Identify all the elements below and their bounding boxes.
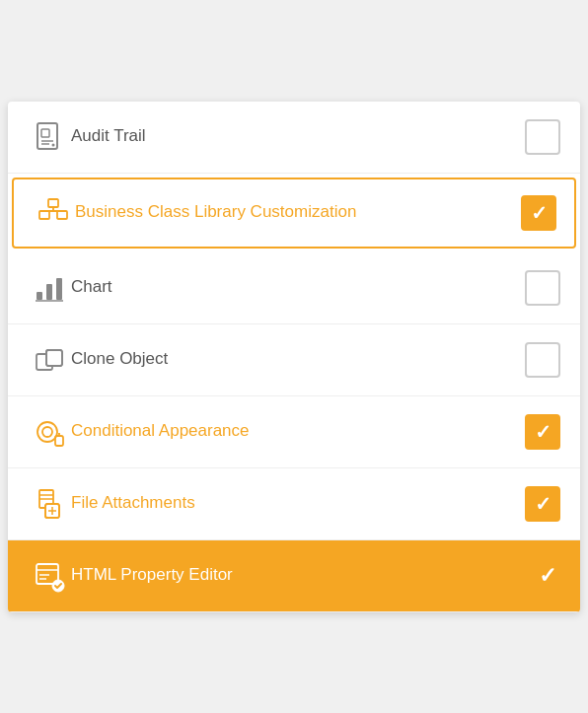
audit-trail-checkbox[interactable] bbox=[525, 119, 560, 155]
conditional-appearance-icon bbox=[28, 414, 71, 450]
svg-rect-12 bbox=[56, 278, 62, 300]
svg-rect-1 bbox=[41, 129, 49, 137]
list-item-audit-trail[interactable]: Audit Trail bbox=[8, 102, 580, 174]
check-icon: ✓ bbox=[535, 494, 551, 514]
chart-icon bbox=[28, 270, 71, 306]
conditional-appearance-checkbox[interactable]: ✓ bbox=[525, 414, 560, 450]
list-item-conditional-appearance[interactable]: Conditional Appearance ✓ bbox=[8, 396, 580, 468]
list-item-clone-object[interactable]: Clone Object bbox=[8, 324, 580, 396]
clone-object-checkbox[interactable] bbox=[525, 342, 560, 378]
file-attachments-icon bbox=[28, 486, 71, 522]
chart-label: Chart bbox=[71, 276, 525, 298]
business-class-label: Business Class Library Customization bbox=[75, 201, 521, 223]
svg-rect-6 bbox=[39, 211, 49, 219]
audit-trail-label: Audit Trail bbox=[71, 125, 525, 147]
clone-object-label: Clone Object bbox=[71, 348, 525, 370]
svg-point-18 bbox=[42, 427, 52, 437]
file-attachments-checkbox[interactable]: ✓ bbox=[525, 486, 560, 522]
check-icon: ✓ bbox=[535, 422, 551, 442]
list-item-file-attachments[interactable]: File Attachments ✓ bbox=[8, 468, 580, 540]
list-item-chart[interactable]: Chart bbox=[8, 252, 580, 324]
html-property-editor-check: ✓ bbox=[539, 563, 556, 589]
svg-point-2 bbox=[52, 143, 55, 146]
conditional-appearance-label: Conditional Appearance bbox=[71, 420, 525, 442]
feature-list: Audit Trail Business Class Library Custo… bbox=[8, 102, 580, 612]
file-attachments-label: File Attachments bbox=[71, 492, 525, 514]
clone-object-icon bbox=[28, 342, 71, 378]
svg-rect-5 bbox=[48, 199, 58, 207]
svg-rect-7 bbox=[57, 211, 67, 219]
business-class-icon bbox=[32, 195, 75, 231]
html-property-editor-icon bbox=[28, 558, 71, 594]
svg-rect-15 bbox=[46, 350, 62, 366]
svg-point-17 bbox=[37, 422, 57, 442]
list-item-business-class[interactable]: Business Class Library Customization ✓ bbox=[12, 178, 576, 249]
svg-rect-11 bbox=[46, 284, 52, 300]
business-class-checkbox[interactable]: ✓ bbox=[521, 195, 556, 231]
html-property-editor-label: HTML Property Editor bbox=[71, 564, 539, 586]
list-item-html-property-editor[interactable]: HTML Property Editor ✓ bbox=[8, 540, 580, 612]
svg-rect-10 bbox=[37, 292, 42, 300]
chart-checkbox[interactable] bbox=[525, 270, 560, 306]
audit-trail-icon bbox=[28, 119, 71, 155]
check-icon: ✓ bbox=[531, 203, 548, 223]
